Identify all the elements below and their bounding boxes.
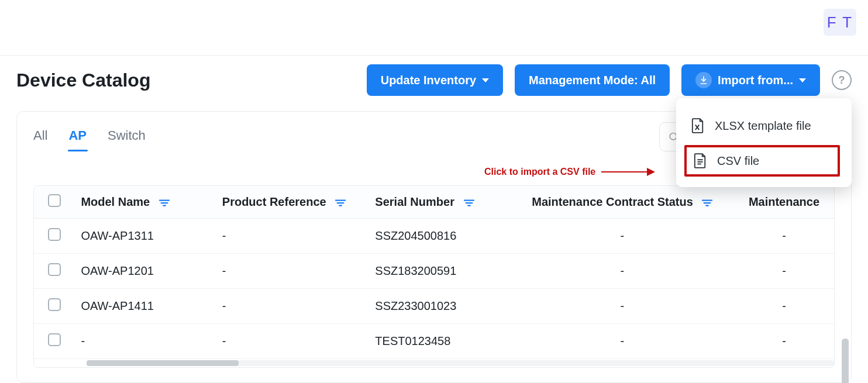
import-csv-label: CSV file bbox=[717, 154, 759, 168]
cell-ref: - bbox=[216, 254, 370, 289]
avatar[interactable]: F T bbox=[824, 9, 856, 36]
cell-mdate: - bbox=[734, 289, 834, 324]
management-mode-label: Management Mode: All bbox=[529, 74, 656, 87]
cell-mcs: - bbox=[511, 289, 734, 324]
cell-model: OAW-AP1411 bbox=[75, 289, 216, 324]
cell-mcs: - bbox=[511, 254, 734, 289]
help-button[interactable]: ? bbox=[832, 70, 852, 90]
download-icon bbox=[695, 72, 712, 88]
row-checkbox[interactable] bbox=[48, 333, 61, 346]
cell-sn: SSZ233001023 bbox=[369, 289, 510, 324]
col-model-label: Model Name bbox=[81, 195, 150, 208]
import-xlsx-item[interactable]: XLSX template file bbox=[676, 110, 852, 142]
import-from-button[interactable]: Import from... bbox=[681, 64, 820, 96]
col-mcs-label: Maintenance Contract Status bbox=[532, 195, 693, 208]
cell-model: OAW-AP1311 bbox=[75, 219, 216, 254]
tab-ap[interactable]: AP bbox=[68, 123, 87, 150]
filter-icon[interactable] bbox=[335, 199, 346, 207]
table-header-row: Model Name Product Reference Serial Numb… bbox=[34, 186, 834, 219]
cell-sn: SSZ204500816 bbox=[369, 219, 510, 254]
filter-icon[interactable] bbox=[159, 199, 170, 207]
device-table: Model Name Product Reference Serial Numb… bbox=[33, 185, 835, 368]
row-checkbox[interactable] bbox=[48, 228, 61, 241]
chevron-down-icon bbox=[799, 78, 806, 82]
table-row[interactable]: OAW-AP1201-SSZ183200591-- bbox=[34, 254, 834, 289]
import-xlsx-label: XLSX template file bbox=[715, 119, 811, 133]
horizontal-scrollbar[interactable] bbox=[34, 359, 834, 367]
col-mdate-label: Maintenance bbox=[749, 195, 819, 208]
vertical-scrollbar[interactable] bbox=[842, 339, 849, 383]
row-checkbox[interactable] bbox=[48, 298, 61, 311]
chevron-down-icon bbox=[482, 78, 489, 82]
table-row[interactable]: --TEST0123458-- bbox=[34, 324, 834, 359]
filter-icon[interactable] bbox=[702, 199, 712, 207]
tabs: All AP Switch bbox=[33, 123, 146, 150]
col-ref-label: Product Reference bbox=[222, 195, 326, 208]
cell-mcs: - bbox=[511, 219, 734, 254]
tab-all[interactable]: All bbox=[33, 123, 47, 150]
tab-switch[interactable]: Switch bbox=[108, 123, 146, 150]
import-from-label: Import from... bbox=[718, 74, 793, 87]
table-row[interactable]: OAW-AP1411-SSZ233001023-- bbox=[34, 289, 834, 324]
cell-mdate: - bbox=[734, 219, 834, 254]
filter-icon[interactable] bbox=[464, 199, 474, 207]
file-csv-icon bbox=[694, 153, 707, 168]
cell-mdate: - bbox=[734, 324, 834, 359]
cell-model: - bbox=[75, 324, 216, 359]
file-xlsx-icon bbox=[691, 118, 704, 133]
import-from-menu: XLSX template file CSV file bbox=[676, 98, 852, 187]
cell-mcs: - bbox=[511, 324, 734, 359]
svg-point-3 bbox=[670, 133, 676, 139]
update-inventory-button[interactable]: Update Inventory bbox=[367, 64, 503, 96]
table-row[interactable]: OAW-AP1311-SSZ204500816-- bbox=[34, 219, 834, 254]
row-checkbox[interactable] bbox=[48, 263, 61, 276]
divider bbox=[0, 55, 868, 56]
import-csv-item[interactable]: CSV file bbox=[684, 145, 840, 177]
col-sn-label: Serial Number bbox=[375, 195, 454, 208]
select-all-checkbox[interactable] bbox=[48, 194, 61, 207]
management-mode-button[interactable]: Management Mode: All bbox=[515, 64, 670, 96]
cell-model: OAW-AP1201 bbox=[75, 254, 216, 289]
cell-sn: SSZ183200591 bbox=[369, 254, 510, 289]
cell-ref: - bbox=[216, 289, 370, 324]
cell-ref: - bbox=[216, 324, 370, 359]
cell-ref: - bbox=[216, 219, 370, 254]
update-inventory-label: Update Inventory bbox=[381, 74, 476, 87]
page-title: Device Catalog bbox=[16, 70, 150, 91]
cell-sn: TEST0123458 bbox=[369, 324, 510, 359]
cell-mdate: - bbox=[734, 254, 834, 289]
